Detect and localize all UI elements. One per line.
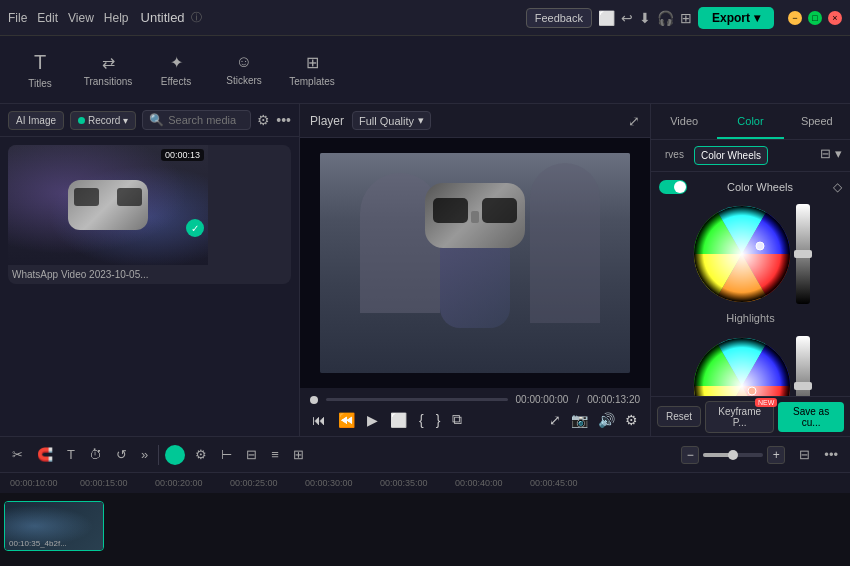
window-controls: − □ ×: [788, 11, 842, 25]
color-wheels-title: Color Wheels: [727, 181, 793, 193]
left-panel: AI Image Record ▾ 🔍 ⚙ •••: [0, 104, 300, 436]
tool-titles[interactable]: T Titles: [8, 41, 72, 99]
close-button[interactable]: ×: [828, 11, 842, 25]
frame-back-button[interactable]: ⏪: [336, 410, 357, 430]
zoom-in-button[interactable]: +: [767, 446, 785, 464]
track-tool[interactable]: ⊞: [289, 445, 308, 464]
ai-image-button[interactable]: AI Image: [8, 111, 64, 130]
fullscreen-icon[interactable]: ⤢: [628, 113, 640, 129]
highlights-slider[interactable]: [796, 204, 810, 304]
chevron-down-icon: ▾: [123, 115, 128, 126]
more-icon[interactable]: •••: [276, 112, 291, 128]
midtones-wheel[interactable]: [692, 336, 792, 396]
headphone-icon: 🎧: [657, 10, 674, 26]
keyframe-button[interactable]: Keyframe P... NEW: [705, 401, 774, 433]
more-tools[interactable]: »: [137, 445, 152, 464]
total-time: 00:00:13:20: [587, 394, 640, 405]
record-dot: [78, 117, 85, 124]
color-wheels-section: Color Wheels ◇: [651, 172, 850, 396]
repeat-tool[interactable]: ↺: [112, 445, 131, 464]
menu-help[interactable]: Help: [104, 11, 129, 25]
tab-video[interactable]: Video: [651, 104, 717, 139]
highlights-wheel[interactable]: [692, 204, 792, 304]
quality-dropdown[interactable]: Full Quality ▾: [352, 111, 431, 130]
record-label: Record: [88, 115, 120, 126]
zoom-thumb: [728, 450, 738, 460]
video-frame: [320, 153, 630, 373]
snapshot-button[interactable]: 📷: [569, 410, 590, 430]
thumbnail-inner: [8, 145, 208, 265]
stop-button[interactable]: ⬜: [388, 410, 409, 430]
reset-button[interactable]: Reset: [657, 406, 701, 427]
layout-icon[interactable]: ⊟: [820, 146, 831, 165]
progress-dot[interactable]: [310, 396, 318, 404]
track-clip[interactable]: 00:10:35_4b2f...: [4, 501, 104, 551]
effects-icon: ✦: [170, 53, 183, 72]
magnet-tool[interactable]: 🧲: [33, 445, 57, 464]
tab-speed[interactable]: Speed: [784, 104, 850, 139]
zoom-bar: − +: [681, 446, 785, 464]
keyframe-label: Keyframe P...: [712, 406, 767, 428]
layout-button[interactable]: ⊟: [795, 445, 814, 464]
zoom-slider[interactable]: [703, 453, 763, 457]
info-icon: ⓘ: [191, 10, 202, 25]
settings-tool[interactable]: ⚙: [191, 445, 211, 464]
save-custom-button[interactable]: Save as cu...: [778, 402, 844, 432]
midtones-container: [692, 336, 810, 396]
fullscreen-button[interactable]: ⤢: [547, 410, 563, 430]
in-point-button[interactable]: {: [417, 410, 426, 430]
tool-effects[interactable]: ✦ Effects: [144, 41, 208, 99]
split-button[interactable]: ⧉: [450, 409, 464, 430]
sub-tab-colorwheels[interactable]: Color Wheels: [694, 146, 768, 165]
filter-icon[interactable]: ⚙: [257, 112, 270, 128]
templates-icon: ⊞: [306, 53, 319, 72]
maximize-button[interactable]: □: [808, 11, 822, 25]
ripple-tool[interactable]: ≡: [267, 445, 283, 464]
timeline-ruler: 00:00:10:00 00:00:15:00 00:00:20:00 00:0…: [0, 473, 850, 493]
video-scene: [320, 153, 630, 373]
cut-tool[interactable]: ✂: [8, 445, 27, 464]
grid-icon: ⊞: [680, 10, 692, 26]
media-item[interactable]: 00:00:13 ✓ WhatsApp Video 2023-10-05...: [8, 145, 291, 284]
app-title: Untitled: [141, 10, 185, 25]
delete-tool[interactable]: ⊟: [242, 445, 261, 464]
tool-transitions[interactable]: ⇄ Transitions: [76, 41, 140, 99]
split-tool[interactable]: ⊢: [217, 445, 236, 464]
search-input[interactable]: [168, 114, 244, 126]
tool-stickers[interactable]: ☺ Stickers: [212, 41, 276, 99]
current-time: 00:00:00:00: [516, 394, 569, 405]
search-bar: 🔍: [142, 110, 251, 130]
progress-bar[interactable]: [326, 398, 508, 401]
chevron-down-icon[interactable]: ▾: [835, 146, 842, 165]
duration-badge: 00:00:13: [161, 149, 204, 161]
midtones-slider[interactable]: [796, 336, 810, 396]
diamond-icon[interactable]: ◇: [833, 180, 842, 194]
skip-back-button[interactable]: ⏮: [310, 410, 328, 430]
record-timeline-button[interactable]: [165, 445, 185, 465]
record-button[interactable]: Record ▾: [70, 111, 136, 130]
menu-file[interactable]: File: [8, 11, 27, 25]
highlights-label: Highlights: [726, 312, 774, 324]
minimize-button[interactable]: −: [788, 11, 802, 25]
play-button[interactable]: ▶: [365, 410, 380, 430]
svg-point-7: [748, 387, 756, 395]
timeline-tracks: 00:10:35_4b2f...: [0, 493, 850, 566]
volume-button[interactable]: 🔊: [596, 410, 617, 430]
more-options-button[interactable]: •••: [820, 445, 842, 464]
sub-tabs: rves Color Wheels ⊟ ▾: [651, 140, 850, 172]
settings-button[interactable]: ⚙: [623, 410, 640, 430]
tab-color[interactable]: Color: [717, 104, 783, 139]
transitions-icon: ⇄: [102, 53, 115, 72]
toolbar: T Titles ⇄ Transitions ✦ Effects ☺ Stick…: [0, 36, 850, 104]
sub-tab-curves[interactable]: rves: [659, 146, 690, 165]
color-wheels-toggle[interactable]: [659, 180, 687, 194]
zoom-out-button[interactable]: −: [681, 446, 699, 464]
text-tool[interactable]: T: [63, 445, 79, 464]
tool-templates[interactable]: ⊞ Templates: [280, 41, 344, 99]
timer-tool[interactable]: ⏱: [85, 445, 106, 464]
feedback-button[interactable]: Feedback: [526, 8, 592, 28]
menu-edit[interactable]: Edit: [37, 11, 58, 25]
menu-view[interactable]: View: [68, 11, 94, 25]
out-point-button[interactable]: }: [434, 410, 443, 430]
export-button[interactable]: Export ▾: [698, 7, 774, 29]
